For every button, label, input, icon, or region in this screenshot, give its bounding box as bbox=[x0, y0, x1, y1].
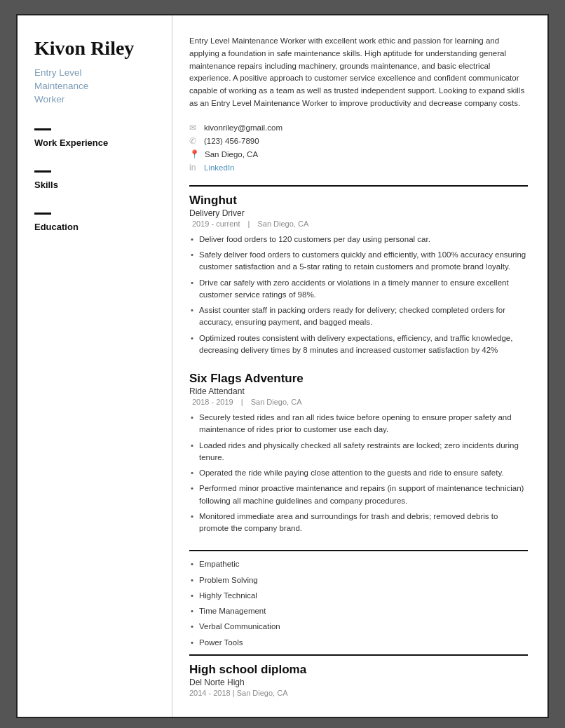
winghut-location: San Diego, CA bbox=[257, 220, 308, 228]
winghut-meta: 2019 - current | San Diego, CA bbox=[189, 220, 528, 228]
winghut-bullet-1: Deliver food orders to 120 customers per… bbox=[189, 234, 528, 245]
resume-container: Kivon Riley Entry LevelMaintenanceWorker… bbox=[16, 14, 549, 718]
job-winghut: Winghut Delivery Driver 2019 - current |… bbox=[189, 194, 528, 356]
skills-hr bbox=[189, 550, 528, 551]
winghut-years: 2019 - current bbox=[192, 220, 240, 228]
winghut-company: Winghut bbox=[189, 194, 528, 208]
work-experience-hr bbox=[189, 185, 528, 187]
sixflags-bullet-2: Loaded rides and physically checked all … bbox=[189, 440, 528, 464]
skill-empathetic: Empathetic bbox=[189, 558, 528, 570]
winghut-bullet-4: Assist counter staff in packing orders r… bbox=[189, 304, 528, 329]
sixflags-years: 2018 - 2019 bbox=[192, 398, 233, 406]
edu-location: San Diego, CA bbox=[237, 689, 288, 697]
winghut-bullet-3: Drive car safely with zero accidents or … bbox=[189, 277, 528, 302]
contact-location: 📍 San Diego, CA bbox=[189, 149, 528, 159]
education-label: Education bbox=[34, 222, 158, 232]
skill-time-management: Time Management bbox=[189, 605, 528, 617]
summary-text: Entry Level Maintenance Worker with exce… bbox=[189, 35, 528, 110]
skills-section: Empathetic Problem Solving Highly Techni… bbox=[189, 558, 528, 649]
sixflags-title: Ride Attendant bbox=[189, 386, 528, 396]
linkedin-link[interactable]: LinkedIn bbox=[204, 163, 234, 172]
education-section: High school diploma Del Norte High 2014 … bbox=[189, 663, 528, 697]
winghut-title: Delivery Driver bbox=[189, 208, 528, 218]
skills-label: Skills bbox=[34, 180, 158, 190]
skill-highly-technical: Highly Technical bbox=[189, 590, 528, 602]
right-column: Entry Level Maintenance Worker with exce… bbox=[172, 15, 547, 717]
person-name: Kivon Riley bbox=[34, 38, 158, 60]
sixflags-meta: 2018 - 2019 | San Diego, CA bbox=[189, 398, 528, 406]
sixflags-bullet-3: Operated the ride while paying close att… bbox=[189, 467, 528, 479]
location-icon: 📍 bbox=[189, 149, 200, 159]
phone-icon: ✆ bbox=[189, 136, 199, 146]
job-sixflags: Six Flags Adventure Ride Attendant 2018 … bbox=[189, 372, 528, 534]
skill-power-tools: Power Tools bbox=[189, 637, 528, 649]
skills-left-section: Skills bbox=[34, 170, 158, 190]
education-hr bbox=[189, 654, 528, 656]
sixflags-company: Six Flags Adventure bbox=[189, 372, 528, 386]
education-divider bbox=[34, 213, 51, 215]
work-experience-label: Work Experience bbox=[34, 137, 158, 148]
left-column: Kivon Riley Entry LevelMaintenanceWorker… bbox=[18, 15, 172, 717]
sixflags-bullet-4: Performed minor proactive maintenance an… bbox=[189, 483, 528, 507]
person-title: Entry LevelMaintenanceWorker bbox=[34, 67, 158, 107]
sixflags-bullet-1: Securely tested rides and ran all rides … bbox=[189, 412, 528, 436]
skills-list: Empathetic Problem Solving Highly Techni… bbox=[189, 558, 528, 649]
linkedin-icon: in bbox=[189, 163, 199, 173]
edu-years: 2014 - 2018 bbox=[189, 689, 231, 697]
sixflags-bullet-5: Monitored immediate area and surrounding… bbox=[189, 511, 528, 535]
sixflags-bullets: Securely tested rides and ran all rides … bbox=[189, 412, 528, 534]
contact-linkedin[interactable]: in LinkedIn bbox=[189, 163, 528, 173]
summary-section: Entry Level Maintenance Worker with exce… bbox=[189, 35, 528, 173]
education-left-section: Education bbox=[34, 213, 158, 232]
winghut-bullet-2: Safely deliver food orders to customers … bbox=[189, 249, 528, 274]
skill-problem-solving: Problem Solving bbox=[189, 574, 528, 586]
email-icon: ✉ bbox=[189, 123, 199, 133]
winghut-bullet-5: Optimized routes consistent with deliver… bbox=[189, 332, 528, 357]
contact-email: ✉ kivonriley@gmail.com bbox=[189, 123, 528, 133]
winghut-bullets: Deliver food orders to 120 customers per… bbox=[189, 234, 528, 356]
sixflags-location: San Diego, CA bbox=[251, 398, 302, 406]
contact-list: ✉ kivonriley@gmail.com ✆ (123) 456-7890 … bbox=[189, 123, 528, 173]
work-experience-divider bbox=[34, 128, 51, 130]
edu-meta: 2014 - 2018 | San Diego, CA bbox=[189, 689, 528, 697]
work-experience-left-section: Work Experience bbox=[34, 128, 158, 148]
skills-divider bbox=[34, 170, 51, 173]
skill-verbal-communication: Verbal Communication bbox=[189, 621, 528, 633]
edu-degree: High school diploma bbox=[189, 663, 528, 677]
edu-school: Del Norte High bbox=[189, 678, 528, 687]
contact-phone: ✆ (123) 456-7890 bbox=[189, 136, 528, 146]
